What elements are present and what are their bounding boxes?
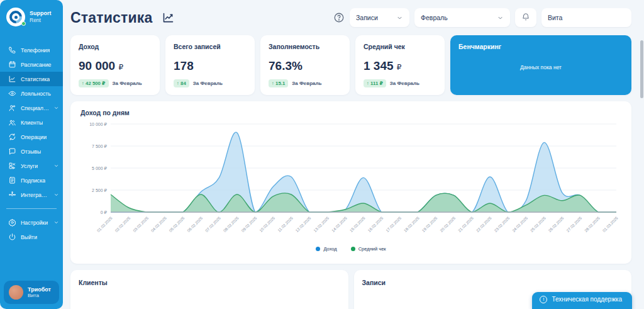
sidebar-item-subscription[interactable]: Подписка: [0, 173, 63, 188]
support-button-label: Техническая поддержка: [552, 296, 622, 303]
svg-text:23.02.2025: 23.02.2025: [493, 215, 511, 233]
subscription-icon: [8, 176, 16, 184]
sidebar: Support Rent Телефония Расписание Статис…: [0, 0, 63, 309]
sidebar-footer-nav: Настройки Выйти: [0, 215, 63, 244]
sidebar-item-operations[interactable]: Операции: [0, 130, 63, 144]
sidebar-item-loyalty[interactable]: Лояльность: [0, 86, 63, 101]
svg-text:10.02.2025: 10.02.2025: [258, 215, 276, 233]
svg-text:24.02.2025: 24.02.2025: [511, 215, 529, 233]
bot-card[interactable]: Триобот Вита: [4, 281, 59, 304]
sidebar-item-label: Статистика: [21, 76, 50, 82]
stat-card-value: 76.3%: [269, 59, 341, 73]
svg-text:17.02.2025: 17.02.2025: [385, 215, 402, 233]
notifications-button[interactable]: [515, 8, 536, 27]
sidebar-item-label: Операции: [21, 134, 47, 140]
chart-legend: ДоходСредний чек: [80, 246, 621, 252]
chevron-down-icon: [53, 220, 59, 225]
svg-text:04.02.2025: 04.02.2025: [150, 215, 168, 233]
line-chart-icon: [162, 11, 175, 25]
stat-card-title: Всего записей: [174, 43, 247, 50]
chart-icon: [8, 75, 16, 83]
phone-icon: [8, 46, 16, 54]
help-button[interactable]: [333, 12, 345, 23]
legend-label: Средний чек: [358, 246, 386, 252]
bot-subtitle: Вита: [28, 293, 51, 298]
sidebar-item-statistics[interactable]: Статистика: [0, 72, 63, 86]
sidebar-item-services[interactable]: Услуги: [0, 159, 63, 173]
sidebar-item-label: Настройки: [21, 220, 48, 226]
logo-core: [14, 16, 18, 19]
legend-item[interactable]: Средний чек: [351, 246, 386, 252]
stat-card-value: 90 000 ₽: [79, 59, 152, 73]
svg-text:01.03.2025: 01.03.2025: [601, 215, 619, 233]
info-icon: !: [540, 296, 547, 303]
clients-card: Клиенты: [70, 270, 348, 309]
user-field[interactable]: [541, 8, 631, 27]
sidebar-nav: Телефония Расписание Статистика Лояльнос…: [0, 43, 63, 202]
legend-dot-icon: [351, 247, 355, 251]
sidebar-item-label: Подписка: [21, 177, 45, 184]
svg-text:09.02.2025: 09.02.2025: [240, 215, 258, 233]
chevron-down-icon: [53, 163, 59, 169]
scrollbar[interactable]: [640, 0, 643, 309]
card-title: Записи: [362, 279, 624, 286]
delta-badge: ↑ 15.1: [269, 79, 288, 87]
delta-badge: ↑ 42 500 ₽: [79, 79, 109, 87]
records-select-value: Записи: [356, 14, 378, 21]
stat-card-value: 178: [174, 59, 247, 73]
svg-text:0 ₽: 0 ₽: [101, 210, 108, 215]
sidebar-item-label: Выйти: [21, 234, 37, 240]
svg-text:28.02.2025: 28.02.2025: [584, 215, 601, 233]
svg-text:01.02.2025: 01.02.2025: [96, 215, 113, 233]
scrollbar-thumb[interactable]: [640, 40, 643, 98]
svg-text:26.02.2025: 26.02.2025: [547, 215, 565, 233]
sidebar-item-telephony[interactable]: Телефония: [0, 43, 63, 57]
logo-title: Support: [30, 10, 52, 17]
support-button[interactable]: ! Техническая поддержка: [532, 292, 632, 309]
sidebar-item-label: Интеграции: [21, 192, 49, 198]
logo-status-dot: [21, 21, 26, 26]
bot-title: Триобот: [28, 286, 51, 293]
logo-subtitle: Rent: [30, 17, 52, 24]
period-label: За Февраль: [113, 81, 142, 86]
svg-text:20.02.2025: 20.02.2025: [439, 215, 457, 233]
chevron-down-icon: [53, 105, 59, 111]
records-select[interactable]: Записи: [350, 8, 409, 27]
legend-item[interactable]: Доход: [316, 246, 336, 252]
income-chart[interactable]: 0 ₽2 500 ₽5 000 ₽7 500 ₽10 000 ₽01.02.20…: [80, 119, 621, 242]
chevron-down-icon: [53, 192, 59, 198]
period-label: За Февраль: [292, 81, 321, 86]
sidebar-item-reviews[interactable]: Отзывы: [0, 144, 63, 159]
sidebar-item-integrations[interactable]: Интеграции: [0, 188, 63, 202]
sidebar-item-label: Услуги: [21, 163, 38, 169]
svg-text:21.02.2025: 21.02.2025: [457, 215, 475, 233]
legend-dot-icon: [316, 247, 320, 251]
svg-text:7 500 ₽: 7 500 ₽: [92, 144, 107, 149]
svg-text:5 000 ₽: 5 000 ₽: [92, 166, 107, 171]
sidebar-item-settings[interactable]: Настройки: [0, 215, 63, 230]
clients-icon: [8, 118, 16, 126]
page-title: Статистика: [70, 9, 153, 26]
sidebar-item-schedule[interactable]: Расписание: [0, 57, 63, 72]
delta-badge: ↑ 111 ₽: [364, 79, 386, 87]
calendar-icon: [8, 60, 16, 69]
svg-text:05.02.2025: 05.02.2025: [168, 215, 186, 233]
main-content: Статистика Записи Февраль: [63, 0, 644, 309]
sidebar-item-specialists[interactable]: Специалис...: [0, 101, 63, 115]
user-input[interactable]: [548, 14, 625, 21]
stat-card-average-check: Средний чек 1 345 ₽ ↑ 111 ₽ За Февраль: [355, 35, 445, 95]
loyalty-icon: [8, 89, 16, 98]
bot-avatar: [9, 285, 23, 300]
month-select[interactable]: Февраль: [414, 8, 510, 27]
operations-icon: [8, 133, 16, 141]
sidebar-item-logout[interactable]: Выйти: [0, 230, 63, 244]
logo: Support Rent: [0, 0, 63, 33]
stat-card-title: Заполняемость: [269, 43, 341, 50]
svg-text:27.02.2025: 27.02.2025: [565, 215, 583, 233]
svg-text:2 500 ₽: 2 500 ₽: [92, 188, 107, 193]
svg-text:02.02.2025: 02.02.2025: [114, 215, 131, 233]
sidebar-item-clients[interactable]: Клиенты: [0, 115, 63, 130]
chevron-down-icon: [396, 14, 403, 21]
sidebar-item-label: Расписание: [21, 62, 52, 68]
svg-text:03.02.2025: 03.02.2025: [132, 215, 150, 233]
